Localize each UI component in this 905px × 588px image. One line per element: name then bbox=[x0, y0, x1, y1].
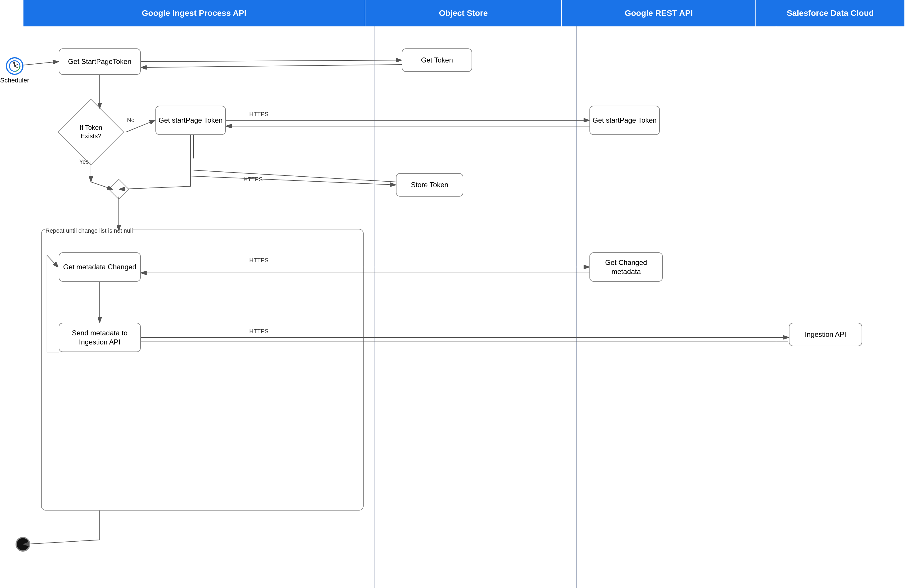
header-col-salesforce: Salesforce Data Cloud bbox=[756, 0, 905, 26]
box-get-metadata-changed: Get metadata Changed bbox=[59, 252, 141, 282]
box-send-metadata: Send metadata to Ingestion API bbox=[59, 323, 141, 352]
box-get-changed-metadata: Get Changed metadata bbox=[589, 252, 663, 282]
svg-line-15 bbox=[194, 170, 396, 182]
diamond-if-token: If Token Exists? bbox=[62, 103, 120, 161]
box-get-token: Get Token bbox=[402, 48, 472, 72]
header-col-google-ingest: Google Ingest Process API bbox=[24, 0, 365, 26]
label-https3: HTTPS bbox=[249, 257, 268, 264]
box-get-start-page-token: Get StartPageToken bbox=[59, 48, 141, 75]
diagram: Google Ingest Process API Object Store G… bbox=[0, 0, 905, 588]
header-col-google-rest: Google REST API bbox=[562, 0, 756, 26]
end-circle bbox=[16, 537, 30, 551]
svg-point-3 bbox=[14, 65, 15, 67]
label-no: No bbox=[127, 117, 135, 124]
scheduler-icon: Scheduler bbox=[3, 57, 26, 84]
label-yes: Yes bbox=[79, 159, 89, 165]
box-store-token: Store Token bbox=[396, 173, 464, 197]
lane-divider-1 bbox=[375, 26, 375, 588]
svg-line-14 bbox=[191, 176, 395, 185]
small-diamond-merge bbox=[108, 179, 129, 200]
lane-divider-2 bbox=[576, 26, 577, 588]
lane-divider-3 bbox=[776, 26, 776, 588]
header: Google Ingest Process API Object Store G… bbox=[24, 0, 905, 26]
svg-line-7 bbox=[141, 65, 402, 67]
box-ingestion-api: Ingestion API bbox=[789, 323, 862, 346]
header-col-object-store: Object Store bbox=[365, 0, 562, 26]
label-https2: HTTPS bbox=[243, 176, 263, 183]
box-get-startpage-token-rest: Get startPage Token bbox=[589, 106, 660, 135]
svg-line-5 bbox=[23, 62, 58, 65]
svg-line-6 bbox=[141, 60, 401, 62]
label-https4: HTTPS bbox=[249, 328, 268, 335]
svg-line-30 bbox=[24, 540, 100, 544]
svg-line-18 bbox=[120, 186, 191, 189]
label-https1: HTTPS bbox=[249, 111, 268, 118]
clock-icon bbox=[6, 57, 24, 75]
box-get-startpage-token-main: Get startPage Token bbox=[156, 106, 226, 135]
scheduler-label: Scheduler bbox=[0, 76, 29, 84]
loop-label: Repeat until change list is not null bbox=[46, 227, 133, 234]
